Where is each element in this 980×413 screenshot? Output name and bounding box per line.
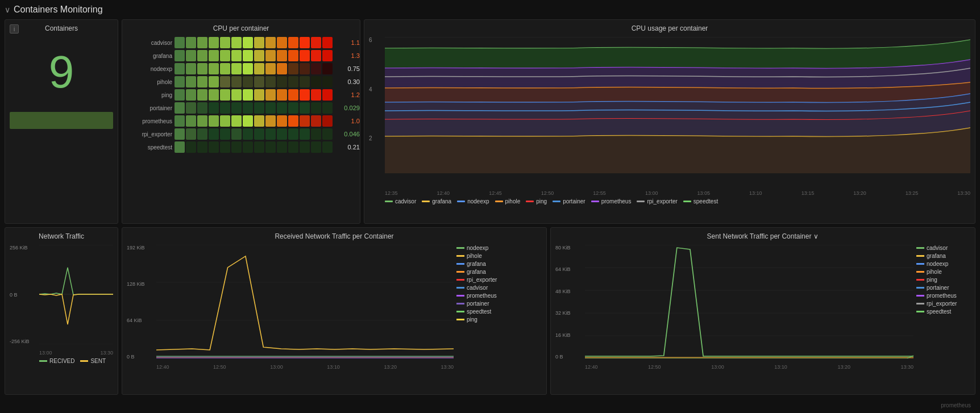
chevron-icon[interactable]: ∨	[813, 232, 819, 240]
heatmap-cells	[175, 76, 333, 87]
info-icon[interactable]: i	[10, 24, 19, 34]
heatmap-cell	[231, 89, 242, 101]
sent-panel: Sent Network Traffic per Container ∨ 80 …	[550, 227, 975, 395]
heatmap-cell	[197, 141, 207, 153]
heatmap-cell	[277, 89, 287, 101]
net-x-axis: 13:00 13:30	[39, 350, 113, 356]
legend-sent-speedtest: speedtest	[916, 308, 970, 315]
received-color	[39, 360, 47, 362]
legend-nodeexp: nodeexp	[457, 198, 489, 205]
heatmap-cell	[300, 37, 310, 48]
heatmap-row-label: speedtest	[127, 144, 172, 151]
legend-sent-ping: ping	[916, 277, 970, 283]
heatmap-cell	[220, 102, 230, 114]
legend-recv-prometheus: prometheus	[456, 293, 542, 299]
heatmap-cell	[254, 76, 264, 87]
heatmap-cell	[186, 63, 196, 74]
heatmap-cell	[231, 141, 242, 153]
x-13-25: 13:25	[906, 190, 919, 196]
heatmap-cell	[277, 50, 287, 61]
heatmap-row-label: pihole	[127, 79, 172, 85]
cpu-usage-chart: 6 4 2	[369, 37, 970, 196]
heatmap-cell	[175, 50, 185, 61]
heatmap-row-value: 0.756	[335, 65, 360, 72]
heatmap-cell	[288, 128, 298, 140]
received-title: Received Network Traffic per Container	[127, 232, 542, 240]
heatmap-cell	[175, 102, 185, 114]
legend-sent-cadvisor: cadvisor	[916, 245, 970, 251]
heatmap-cell	[265, 63, 276, 74]
heatmap-cell	[243, 128, 253, 140]
legend-sent-grafana: grafana	[916, 253, 970, 259]
heatmap-row: speedtest0.212	[127, 141, 355, 153]
heatmap-cells	[175, 50, 333, 61]
heatmap-row-label: prometheus	[127, 118, 172, 124]
received-panel: Received Network Traffic per Container 1…	[122, 227, 547, 395]
heatmap-cell	[300, 102, 310, 114]
network-svg	[39, 245, 113, 344]
recv-x-axis: 12:40 12:50 13:00 13:10 13:20 13:30	[156, 364, 454, 370]
heatmap-row: ping1.24	[127, 89, 355, 101]
heatmap-cell	[311, 76, 321, 87]
footer-datasource: prometheus	[941, 402, 971, 408]
heatmap-row-label: grafana	[127, 53, 172, 59]
y-label-6: 6	[369, 37, 383, 43]
heatmap-cell	[322, 128, 333, 140]
heatmap-cell	[277, 128, 287, 140]
heatmap-cell	[220, 128, 230, 140]
cpu-heatmap-title: CPU per container	[127, 24, 355, 32]
heatmap-cell	[197, 102, 207, 114]
heatmap-cell	[277, 141, 287, 153]
heatmap-row: cadvisor1.15	[127, 37, 355, 48]
heatmap-cell	[231, 128, 242, 140]
heatmap-cells	[175, 102, 333, 114]
legend-received: RECIVED	[39, 358, 74, 364]
heatmap-cell	[311, 50, 321, 61]
heatmap-cell	[300, 141, 310, 153]
heatmap-cell	[197, 89, 207, 101]
heatmap-row-value: 1.08	[335, 118, 360, 124]
heatmap-cell	[209, 141, 219, 153]
received-legend: nodeexp pihole grafana grafana rpi_expor…	[456, 245, 542, 323]
heatmap-cell	[322, 37, 333, 48]
containers-title: Containers	[10, 24, 113, 32]
heatmap-cell	[311, 63, 321, 74]
heatmap-cell	[231, 115, 242, 127]
heatmap-cells	[175, 128, 333, 140]
legend-sent-portainer: portainer	[916, 285, 970, 291]
heatmap-cells	[175, 63, 333, 74]
heatmap-cell	[186, 141, 196, 153]
legend-recv-ping: ping	[456, 316, 542, 323]
heatmap-row-value: 0.305	[335, 78, 360, 85]
heatmap-cell	[300, 89, 310, 101]
heatmap-cells	[175, 89, 333, 101]
heatmap-cell	[311, 141, 321, 153]
sent-chart: 80 KiB 64 KiB 48 KiB 32 KiB 16 KiB 0 B	[555, 245, 970, 370]
heatmap-cell	[186, 50, 196, 61]
heatmap-row-value: 0.0463	[335, 131, 360, 137]
heatmap-cell	[220, 63, 230, 74]
heatmap-cell	[322, 115, 333, 127]
heatmap-cell	[277, 76, 287, 87]
heatmap-cell	[311, 128, 321, 140]
heatmap-cell	[220, 89, 230, 101]
heatmap-cell	[277, 37, 287, 48]
heatmap-cell	[175, 128, 185, 140]
heatmap-row: nodeexp0.756	[127, 63, 355, 74]
heatmap-cell	[243, 76, 253, 87]
heatmap-cell	[220, 141, 230, 153]
cpu-usage-panel: CPU usage per container 6 4 2	[364, 19, 975, 224]
heatmap-cell	[311, 115, 321, 127]
heatmap-cell	[175, 37, 185, 48]
containers-panel: i Containers 9	[5, 19, 118, 224]
heatmap-cell	[288, 76, 298, 87]
heatmap-cell	[300, 128, 310, 140]
x-13-05: 13:05	[697, 190, 710, 196]
heatmap-cell	[300, 115, 310, 127]
x-12-55: 12:55	[593, 190, 606, 196]
heatmap-cell	[197, 115, 207, 127]
heatmap-cell	[254, 115, 264, 127]
legend-cadvisor: cadvisor	[385, 198, 416, 205]
heatmap-row: rpi_exporter0.0463	[127, 128, 355, 140]
title-text: Containers Monitoring	[14, 5, 103, 15]
